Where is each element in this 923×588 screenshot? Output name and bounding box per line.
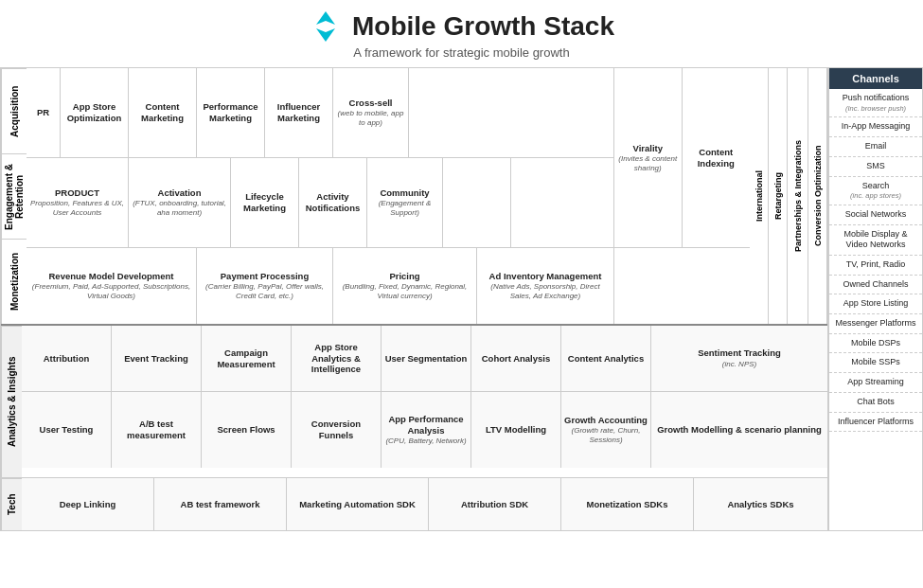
channel-social: Social Networks <box>829 205 922 225</box>
cell-conv-funnels: Conversion Funnels <box>292 392 382 468</box>
channel-email: Email <box>829 137 922 157</box>
cell-aso: App Store Optimization <box>61 68 129 157</box>
cell-pricing: Pricing (Bundling, Fixed, Dynamic, Regio… <box>333 248 477 324</box>
main-grid: Acquisition Engagement & Retention Monet… <box>0 67 923 531</box>
cell-user-testing: User Testing <box>22 392 112 468</box>
channel-mobile-ssps: Mobile SSPs <box>829 353 922 373</box>
cell-screen-flows: Screen Flows <box>202 392 292 468</box>
vert-international: International <box>750 68 769 324</box>
channels-header: Channels <box>829 68 922 89</box>
svg-marker-0 <box>316 11 335 25</box>
channel-search: Search (inc. app stores) <box>829 177 922 205</box>
row-label-acquisition: Acquisition <box>1 68 27 153</box>
page-title: Mobile Growth Stack <box>352 11 614 42</box>
header: Mobile Growth Stack A framework for stra… <box>0 0 923 67</box>
row-label-monetization: Monetization <box>1 239 27 324</box>
cell-ab-test: A/B test measurement <box>112 392 202 468</box>
acquisition-row: PR App Store Optimization Content Market… <box>27 68 613 158</box>
cell-app-perf: App Performance Analysis (CPU, Battery, … <box>382 392 471 468</box>
channel-mobile-display: Mobile Display & Video Networks <box>829 225 922 256</box>
cell-content-indexing: Content Indexing <box>683 68 751 248</box>
cell-community: Community (Engagement & Support) <box>367 158 443 247</box>
cell-revenue-model: Revenue Model Development (Freemium, Pai… <box>27 248 197 324</box>
cell-growth-model: Growth Modelling & scenario planning <box>651 392 827 468</box>
channel-app-streaming: App Streaming <box>829 373 922 393</box>
svg-marker-1 <box>316 28 335 42</box>
cell-deep-linking: Deep Linking <box>22 478 154 530</box>
channel-owned: Owned Channels <box>829 276 922 295</box>
cell-cohort: Cohort Analysis <box>471 326 561 391</box>
analytics-row1: Analytics & Insights Attribution Event T… <box>1 326 827 478</box>
cell-attribution: Attribution <box>22 326 112 391</box>
vert-retargeting: Retargeting <box>769 68 788 324</box>
cell-ltv: LTV Modelling <box>471 392 561 468</box>
channel-push: Push notifications (Inc. browser push) <box>829 89 922 117</box>
vert-partnerships: Partnerships & Integrations <box>788 68 808 324</box>
cell-product: PRODUCT Proposition, Features & UX, User… <box>27 158 129 247</box>
cell-content-analytics: Content Analytics <box>561 326 651 391</box>
page-wrapper: Mobile Growth Stack A framework for stra… <box>0 0 923 531</box>
engagement-row: PRODUCT Proposition, Features & UX, User… <box>27 158 613 248</box>
cell-event-tracking: Event Tracking <box>112 326 202 391</box>
logo-icon <box>309 9 343 44</box>
bottom-section: Analytics & Insights Attribution Event T… <box>1 326 827 530</box>
cell-appstore-analytics: App Store Analytics & Intelligence <box>292 326 382 391</box>
channel-inapp-msg: In-App Messaging <box>829 117 922 137</box>
cell-campaign-meas: Campaign Measurement <box>202 326 292 391</box>
cell-pr: PR <box>27 68 61 157</box>
cell-mon-sdks: Monetization SDKs <box>561 478 694 530</box>
page-subtitle: A framework for strategic mobile growth <box>353 45 569 60</box>
cell-virality: Virality (Invites & content sharing) <box>614 68 683 248</box>
row-label-tech: Tech <box>1 478 22 530</box>
cell-content-idx-eng <box>511 158 579 247</box>
row-label-engagement: Engagement & Retention <box>1 153 27 239</box>
channel-tv-print: TV, Print, Radio <box>829 256 922 276</box>
cell-influencer-mkt: Influencer Marketing <box>265 68 333 157</box>
cell-attr-sdk: Attribution SDK <box>429 478 561 530</box>
channel-messenger: Messenger Platforms <box>829 314 922 334</box>
cell-growth-acct: Growth Accounting (Growth rate, Churn, S… <box>561 392 651 468</box>
cell-activation: Activation (FTUX, onboarding, tutorial, … <box>129 158 231 247</box>
cell-activity-notif: Activity Notifications <box>299 158 367 247</box>
channel-influencer-platforms: Influencer Platforms <box>829 413 922 433</box>
channel-mobile-dsps: Mobile DSPs <box>829 334 922 354</box>
cell-lifecycle: Lifecycle Marketing <box>231 158 299 247</box>
cell-sentiment: Sentiment Tracking (inc. NPS) <box>651 326 827 391</box>
tech-row: Tech Deep Linking AB test framework Mark… <box>1 478 827 530</box>
cell-mkt-auto-sdk: Marketing Automation SDK <box>287 478 429 530</box>
channel-chatbots: Chat Bots <box>829 393 922 413</box>
vert-conversion: Conversion Optimization <box>808 68 827 324</box>
row-label-analytics: Analytics & Insights <box>1 326 22 477</box>
channels-sidebar: Channels Push notifications (Inc. browse… <box>828 68 922 530</box>
cell-analytics-sdks: Analytics SDKs <box>694 478 827 530</box>
channel-sms: SMS <box>829 157 922 177</box>
cell-payment: Payment Processing (Carrier Billing, Pay… <box>197 248 333 324</box>
monetization-row: Revenue Model Development (Freemium, Pai… <box>27 248 613 324</box>
cell-user-seg: User Segmentation <box>382 326 471 391</box>
cell-content-mkt: Content Marketing <box>129 68 197 157</box>
cell-ab-framework: AB test framework <box>154 478 287 530</box>
cell-perf-mkt: Performance Marketing <box>197 68 265 157</box>
cell-crosssell: Cross-sell (web to mobile, app to app) <box>333 68 409 157</box>
cell-virality-eng <box>443 158 511 247</box>
cell-ad-inventory: Ad Inventory Management (Native Ads, Spo… <box>477 248 613 324</box>
channel-appstore-listing: App Store Listing <box>829 294 922 314</box>
